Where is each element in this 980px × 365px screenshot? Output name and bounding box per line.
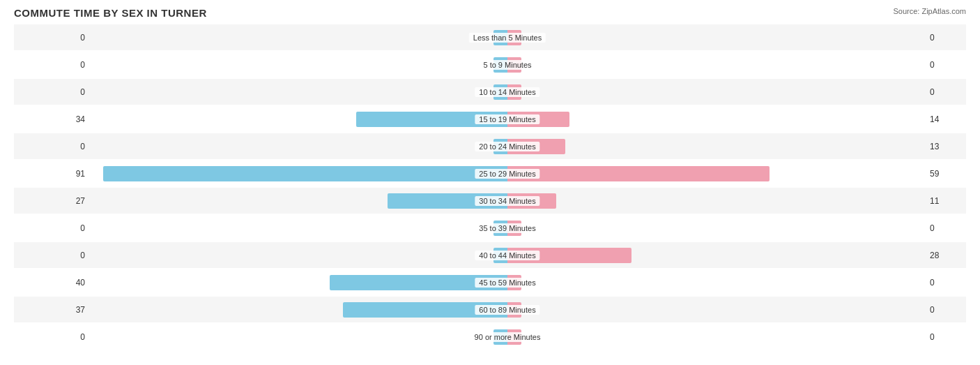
female-bar bbox=[507, 221, 521, 236]
female-value: 0 bbox=[924, 332, 966, 342]
female-value: 13 bbox=[924, 142, 966, 151]
chart-row: 9125 to 29 Minutes59 bbox=[14, 161, 966, 186]
male-bar bbox=[343, 302, 507, 318]
male-bar-wrap bbox=[493, 329, 507, 345]
female-bar-wrap bbox=[507, 329, 521, 345]
male-bar-wrap bbox=[493, 57, 507, 73]
male-value: 0 bbox=[14, 60, 91, 70]
chart-container: COMMUTE TIME BY SEX IN TURNER Source: Zi… bbox=[0, 0, 980, 365]
male-value: 37 bbox=[14, 305, 91, 315]
female-value: 0 bbox=[924, 278, 966, 288]
bars-center: 20 to 24 Minutes bbox=[91, 133, 924, 159]
male-bar-wrap bbox=[343, 302, 507, 318]
bars-center: 45 to 59 Minutes bbox=[91, 269, 924, 295]
female-bar bbox=[507, 84, 521, 100]
bars-center: 30 to 34 Minutes bbox=[91, 188, 924, 214]
chart-row: 4045 to 59 Minutes0 bbox=[14, 269, 966, 295]
male-bar bbox=[493, 57, 507, 73]
bars-center: 35 to 39 Minutes bbox=[91, 215, 924, 241]
female-bar-wrap bbox=[507, 84, 521, 100]
female-bar-wrap bbox=[507, 139, 565, 154]
male-bar bbox=[330, 275, 507, 290]
chart-area: 0Less than 5 Minutes005 to 9 Minutes0010… bbox=[14, 24, 966, 325]
male-bar bbox=[493, 139, 507, 154]
male-value: 0 bbox=[14, 142, 91, 151]
male-value: 0 bbox=[14, 33, 91, 43]
male-bar bbox=[388, 193, 507, 209]
female-value: 0 bbox=[924, 87, 966, 97]
male-value: 0 bbox=[14, 332, 91, 342]
female-value: 0 bbox=[924, 305, 966, 315]
male-bar-wrap bbox=[330, 275, 507, 290]
female-bar bbox=[507, 302, 521, 318]
chart-title: COMMUTE TIME BY SEX IN TURNER bbox=[14, 7, 966, 19]
chart-row: 035 to 39 Minutes0 bbox=[14, 215, 966, 241]
female-bar bbox=[507, 139, 565, 154]
male-bar bbox=[493, 30, 507, 45]
male-bar-wrap bbox=[493, 84, 507, 100]
male-bar bbox=[356, 112, 507, 127]
chart-row: 05 to 9 Minutes0 bbox=[14, 52, 966, 77]
male-bar-wrap bbox=[493, 248, 507, 263]
female-value: 28 bbox=[924, 251, 966, 260]
male-value: 27 bbox=[14, 196, 91, 206]
male-value: 91 bbox=[14, 169, 91, 179]
chart-row: 0Less than 5 Minutes0 bbox=[14, 24, 966, 50]
female-bar-wrap bbox=[507, 112, 569, 127]
female-value: 14 bbox=[924, 114, 966, 124]
female-value: 59 bbox=[924, 169, 966, 179]
female-value: 0 bbox=[924, 223, 966, 233]
female-bar bbox=[507, 248, 631, 263]
female-value: 0 bbox=[924, 60, 966, 70]
female-value: 0 bbox=[924, 33, 966, 43]
bars-center: 25 to 29 Minutes bbox=[91, 161, 924, 186]
chart-row: 3415 to 19 Minutes14 bbox=[14, 106, 966, 132]
male-value: 0 bbox=[14, 223, 91, 233]
male-bar bbox=[493, 84, 507, 100]
female-bar-wrap bbox=[507, 302, 521, 318]
female-bar-wrap bbox=[507, 248, 631, 263]
female-bar bbox=[507, 30, 521, 45]
female-value: 11 bbox=[924, 196, 966, 206]
female-bar-wrap bbox=[507, 57, 521, 73]
male-bar bbox=[493, 329, 507, 345]
chart-row: 010 to 14 Minutes0 bbox=[14, 79, 966, 105]
bars-center: 5 to 9 Minutes bbox=[91, 52, 924, 77]
chart-row: 2730 to 34 Minutes11 bbox=[14, 188, 966, 214]
bars-center: 90 or more Minutes bbox=[91, 324, 924, 350]
chart-row: 020 to 24 Minutes13 bbox=[14, 133, 966, 159]
source-label: Source: ZipAtlas.com bbox=[893, 7, 966, 15]
bars-center: Less than 5 Minutes bbox=[91, 24, 924, 50]
male-bar bbox=[103, 166, 507, 181]
female-bar-wrap bbox=[507, 275, 521, 290]
female-bar-wrap bbox=[507, 221, 521, 236]
male-bar-wrap bbox=[388, 193, 507, 209]
chart-row: 090 or more Minutes0 bbox=[14, 324, 966, 350]
chart-row: 040 to 44 Minutes28 bbox=[14, 242, 966, 268]
female-bar bbox=[507, 275, 521, 290]
male-value: 0 bbox=[14, 251, 91, 260]
male-bar bbox=[493, 248, 507, 263]
male-bar-wrap bbox=[493, 139, 507, 154]
female-bar bbox=[507, 329, 521, 345]
male-value: 40 bbox=[14, 278, 91, 288]
male-bar bbox=[493, 221, 507, 236]
chart-row: 3760 to 89 Minutes0 bbox=[14, 297, 966, 322]
female-bar-wrap bbox=[507, 30, 521, 45]
female-bar bbox=[507, 193, 556, 209]
bars-center: 40 to 44 Minutes bbox=[91, 242, 924, 268]
female-bar bbox=[507, 112, 569, 127]
male-bar-wrap bbox=[493, 30, 507, 45]
female-bar-wrap bbox=[507, 193, 556, 209]
female-bar-wrap bbox=[507, 166, 770, 181]
female-bar bbox=[507, 166, 770, 181]
male-value: 34 bbox=[14, 114, 91, 124]
male-value: 0 bbox=[14, 87, 91, 97]
bars-center: 60 to 89 Minutes bbox=[91, 297, 924, 322]
female-bar bbox=[507, 57, 521, 73]
male-bar-wrap bbox=[356, 112, 507, 127]
bars-center: 15 to 19 Minutes bbox=[91, 106, 924, 132]
male-bar-wrap bbox=[103, 166, 507, 181]
male-bar-wrap bbox=[493, 221, 507, 236]
bars-center: 10 to 14 Minutes bbox=[91, 79, 924, 105]
